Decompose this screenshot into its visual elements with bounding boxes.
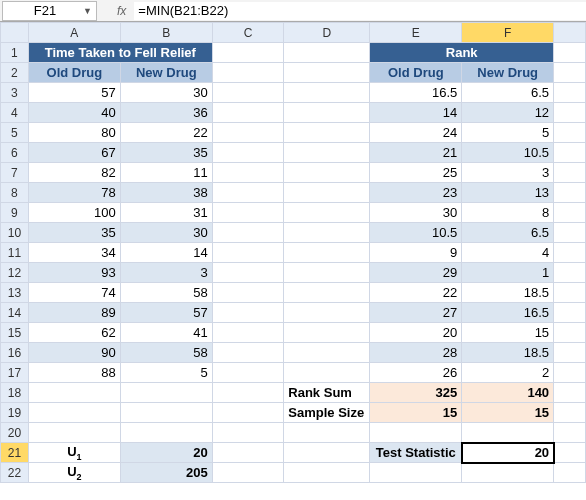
cell[interactable] <box>284 203 370 223</box>
cell[interactable]: 22 <box>120 123 212 143</box>
col-header-D[interactable]: D <box>284 23 370 43</box>
cell[interactable]: 36 <box>120 103 212 123</box>
cell[interactable] <box>554 163 586 183</box>
cell[interactable] <box>370 423 462 443</box>
cell[interactable]: 2 <box>462 363 554 383</box>
row-header-5[interactable]: 5 <box>1 123 29 143</box>
new-drug-hdr2[interactable]: New Drug <box>462 63 554 83</box>
cell[interactable]: 34 <box>28 243 120 263</box>
row-header-10[interactable]: 10 <box>1 223 29 243</box>
cell[interactable] <box>120 383 212 403</box>
cell[interactable]: 100 <box>28 203 120 223</box>
cell[interactable] <box>212 383 284 403</box>
spreadsheet-grid[interactable]: A B C D E F 1 Time Taken to Fell Relief … <box>0 22 586 483</box>
rank-sum-label[interactable]: Rank Sum <box>284 383 370 403</box>
cell[interactable]: 18.5 <box>462 283 554 303</box>
cell[interactable] <box>212 223 284 243</box>
row-header-20[interactable]: 20 <box>1 423 29 443</box>
cell[interactable]: 26 <box>370 363 462 383</box>
cell[interactable]: 8 <box>462 203 554 223</box>
cell[interactable] <box>554 463 586 483</box>
cell[interactable]: 13 <box>462 183 554 203</box>
cell[interactable]: 10.5 <box>462 143 554 163</box>
cell[interactable] <box>28 423 120 443</box>
row-header-6[interactable]: 6 <box>1 143 29 163</box>
cell[interactable] <box>554 423 586 443</box>
row-header-15[interactable]: 15 <box>1 323 29 343</box>
cell[interactable]: 14 <box>370 103 462 123</box>
cell[interactable] <box>554 263 586 283</box>
col-header-E[interactable]: E <box>370 23 462 43</box>
cell[interactable] <box>212 463 284 483</box>
cell[interactable] <box>284 183 370 203</box>
cell[interactable] <box>554 363 586 383</box>
col-header-B[interactable]: B <box>120 23 212 43</box>
cell[interactable]: 31 <box>120 203 212 223</box>
cell[interactable] <box>284 443 370 463</box>
cell[interactable] <box>554 283 586 303</box>
cell[interactable] <box>28 383 120 403</box>
cell[interactable] <box>554 143 586 163</box>
cell[interactable]: 78 <box>28 183 120 203</box>
cell[interactable] <box>212 183 284 203</box>
cell[interactable] <box>554 383 586 403</box>
cell[interactable]: 16.5 <box>370 83 462 103</box>
cell[interactable]: 20 <box>370 323 462 343</box>
u2-label[interactable]: U2 <box>28 463 120 483</box>
row-header-14[interactable]: 14 <box>1 303 29 323</box>
u1-val[interactable]: 20 <box>120 443 212 463</box>
cell[interactable]: 12 <box>462 103 554 123</box>
cell[interactable]: 11 <box>120 163 212 183</box>
cell[interactable] <box>554 103 586 123</box>
row-header-11[interactable]: 11 <box>1 243 29 263</box>
cell[interactable] <box>284 363 370 383</box>
cell[interactable]: 93 <box>28 263 120 283</box>
row-header-2[interactable]: 2 <box>1 63 29 83</box>
rank-sum-f[interactable]: 140 <box>462 383 554 403</box>
cell[interactable]: 22 <box>370 283 462 303</box>
cell[interactable]: 24 <box>370 123 462 143</box>
time-title[interactable]: Time Taken to Fell Relief <box>28 43 212 63</box>
cell[interactable] <box>462 423 554 443</box>
cell[interactable]: 88 <box>28 363 120 383</box>
row-header-17[interactable]: 17 <box>1 363 29 383</box>
cell[interactable]: 62 <box>28 323 120 343</box>
cell[interactable]: 40 <box>28 103 120 123</box>
cell[interactable] <box>554 43 586 63</box>
cell[interactable] <box>284 103 370 123</box>
new-drug-hdr[interactable]: New Drug <box>120 63 212 83</box>
cell[interactable] <box>284 143 370 163</box>
cell[interactable]: 14 <box>120 243 212 263</box>
cell[interactable] <box>284 343 370 363</box>
cell[interactable]: 15 <box>462 323 554 343</box>
cell[interactable] <box>284 423 370 443</box>
select-all-corner[interactable] <box>1 23 29 43</box>
cell[interactable]: 5 <box>462 123 554 143</box>
cell[interactable]: 90 <box>28 343 120 363</box>
col-header-F[interactable]: F <box>462 23 554 43</box>
cell[interactable]: 80 <box>28 123 120 143</box>
cell[interactable] <box>554 123 586 143</box>
cell[interactable] <box>554 303 586 323</box>
row-header-4[interactable]: 4 <box>1 103 29 123</box>
row-header-3[interactable]: 3 <box>1 83 29 103</box>
cell[interactable]: 16.5 <box>462 303 554 323</box>
cell[interactable]: 3 <box>462 163 554 183</box>
cell[interactable] <box>120 423 212 443</box>
cell[interactable]: 57 <box>28 83 120 103</box>
u1-label[interactable]: U1 <box>28 443 120 463</box>
cell[interactable] <box>212 163 284 183</box>
sample-f[interactable]: 15 <box>462 403 554 423</box>
sample-size-label[interactable]: Sample Size <box>284 403 370 423</box>
cell[interactable] <box>284 463 370 483</box>
row-header-13[interactable]: 13 <box>1 283 29 303</box>
cell[interactable]: 25 <box>370 163 462 183</box>
cell[interactable]: 35 <box>120 143 212 163</box>
row-header-12[interactable]: 12 <box>1 263 29 283</box>
chevron-down-icon[interactable]: ▼ <box>83 6 92 16</box>
cell[interactable] <box>284 223 370 243</box>
sample-e[interactable]: 15 <box>370 403 462 423</box>
cell[interactable] <box>212 303 284 323</box>
test-stat-label[interactable]: Test Statistic <box>370 443 462 463</box>
cell[interactable]: 1 <box>462 263 554 283</box>
